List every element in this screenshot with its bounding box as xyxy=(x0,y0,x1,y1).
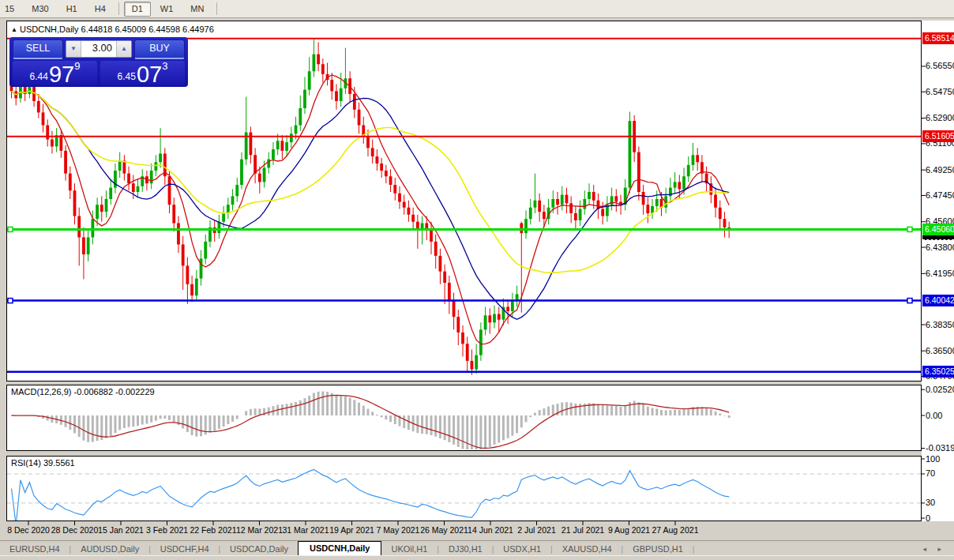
rsi-tick-label: 70 xyxy=(926,468,935,478)
chart-tab-DJ30-H1[interactable]: DJ30,H1 xyxy=(439,543,492,556)
rsi-tick-label: 0 xyxy=(926,513,930,523)
macd-tick-label: 0.00 xyxy=(926,411,942,420)
chart-title: ▲ USDCNH,Daily 6.44818 6.45009 6.44598 6… xyxy=(11,24,214,34)
buy-price-pip-digit: 3 xyxy=(162,62,167,71)
symbol-timeframe-label: USDCNH,Daily xyxy=(20,24,79,34)
price-tick-label: 6.49250 xyxy=(926,165,954,175)
chart-tab-EURUSD-H4[interactable]: EURUSD,H4 xyxy=(0,543,69,556)
volume-increase-icon[interactable]: ▲ xyxy=(116,41,131,57)
date-tick-label: 22 Feb 2021 xyxy=(190,525,237,535)
chart-tab-USDCNH-Daily[interactable]: USDCNH,Daily xyxy=(298,541,381,556)
date-tick-label: 8 Dec 2020 xyxy=(7,525,50,535)
rsi-tick-label: 100 xyxy=(926,454,940,464)
rsi-tick-label: 30 xyxy=(926,498,935,507)
sell-price-pip-digit: 9 xyxy=(74,62,80,71)
macd-current-values: -0.006882 -0.002229 xyxy=(73,387,154,397)
price-tick-label: 6.54750 xyxy=(926,87,954,96)
collapse-triangle-icon[interactable]: ▲ xyxy=(11,26,17,33)
volume-decrease-icon[interactable]: ▼ xyxy=(66,41,81,57)
price-tick-label: 6.38350 xyxy=(926,320,954,329)
price-tick-label: 6.56550 xyxy=(926,61,954,70)
date-tick-label: 28 Dec 2020 xyxy=(51,525,99,535)
sell-price-big-digits: 97 xyxy=(49,64,74,85)
macd-label: MACD(12,26,9) -0.006882 -0.002229 xyxy=(11,387,155,397)
level-price-badge: 6.40042 xyxy=(922,295,954,306)
chart-tab-USDCAD-Daily[interactable]: USDCAD,Daily xyxy=(220,543,298,556)
level-price-badge: 6.51605 xyxy=(922,130,954,142)
date-tick-label: 21 Jul 2021 xyxy=(562,525,604,535)
level-price-badge: 6.35025 xyxy=(922,366,954,378)
level-price-badge: 6.58514 xyxy=(922,32,954,44)
buy-price-prefix: 6.45 xyxy=(118,70,136,85)
date-tick-label: 9 Aug 2021 xyxy=(608,525,650,535)
rsi-current-value: 39.5561 xyxy=(43,458,75,468)
tab-separator: | xyxy=(693,545,695,556)
buy-price-display[interactable]: 6.45 07 3 xyxy=(100,61,185,85)
chart-tab-USDCHF-H4[interactable]: USDCHF,H4 xyxy=(151,543,219,556)
tab-scroll-arrows[interactable]: ◂ ▸ xyxy=(922,545,946,556)
macd-name: MACD(12,26,9) xyxy=(11,387,71,397)
one-click-trading-panel: SELL ▼ 3.00 ▲ BUY 6.44 97 9 6.45 07 3 xyxy=(9,37,188,87)
date-tick-label: 14 Jun 2021 xyxy=(468,525,513,535)
sell-price-prefix: 6.44 xyxy=(30,70,48,85)
price-tick-label: 6.52900 xyxy=(926,113,954,122)
ohlc-quote-values: 6.44818 6.45009 6.44598 6.44976 xyxy=(81,24,214,34)
date-tick-label: 26 May 2021 xyxy=(420,525,468,535)
window-bottom-strip xyxy=(0,555,954,560)
date-tick-label: 19 Apr 2021 xyxy=(329,525,374,535)
date-tick-label: 15 Jan 2021 xyxy=(98,525,144,535)
volume-input[interactable]: 3.00 xyxy=(81,41,116,57)
chart-tab-UKOil-H1[interactable]: UKOil,H1 xyxy=(381,543,437,556)
chart-tab-GBPUSD-H1[interactable]: GBPUSD,H1 xyxy=(623,543,693,556)
chart-tab-XAUUSD-H4[interactable]: XAUUSD,H4 xyxy=(553,543,622,556)
date-tick-label: 7 May 2021 xyxy=(377,525,420,535)
date-tick-label: 31 Mar 2021 xyxy=(283,525,329,535)
sell-price-display[interactable]: 6.44 97 9 xyxy=(13,61,97,85)
chart-tab-USDX-H1[interactable]: USDX,H1 xyxy=(494,543,550,556)
date-tick-label: 3 Feb 2021 xyxy=(146,525,188,535)
date-tick-label: 12 Mar 2021 xyxy=(236,525,283,535)
macd-tick-label: 0.025209 xyxy=(926,385,954,394)
price-tick-label: 6.36500 xyxy=(926,346,954,355)
chart-tab-AUDUSD-Daily[interactable]: AUDUSD,Daily xyxy=(71,543,148,556)
price-tick-label: 6.41950 xyxy=(926,269,954,278)
date-tick-label: 27 Aug 2021 xyxy=(652,525,699,535)
macd-tick-label: -0.03198 xyxy=(926,443,954,453)
buy-button[interactable]: BUY xyxy=(134,39,185,59)
price-tick-label: 6.43800 xyxy=(926,242,954,252)
level-price-badge: 6.45060 xyxy=(922,224,954,235)
chart-tab-bar: EURUSD,H4|AUDUSD,Daily|USDCHF,H4|USDCAD,… xyxy=(0,540,954,556)
rsi-name: RSI(14) xyxy=(11,458,41,468)
date-tick-label: 2 Jul 2021 xyxy=(517,525,555,535)
rsi-label: RSI(14) 39.5561 xyxy=(11,458,75,468)
price-tick-label: 6.47450 xyxy=(926,190,954,200)
buy-price-big-digits: 07 xyxy=(137,64,162,85)
volume-spinner: ▼ 3.00 ▲ xyxy=(66,40,132,58)
sell-button[interactable]: SELL xyxy=(13,39,63,59)
